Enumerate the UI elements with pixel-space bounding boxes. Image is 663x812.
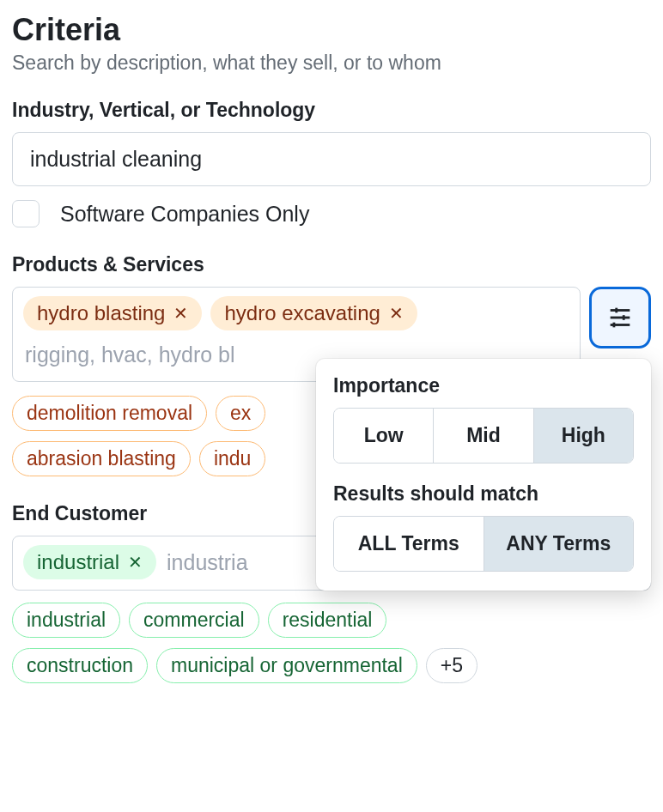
endcustomer-suggestions: industrial commercial residential [12, 603, 651, 638]
product-tag[interactable]: hydro excavating ✕ [210, 296, 417, 330]
page-subtitle: Search by description, what they sell, o… [12, 52, 651, 75]
importance-mid[interactable]: Mid [434, 409, 533, 463]
match-all[interactable]: ALL Terms [334, 517, 484, 571]
importance-label: Importance [333, 374, 634, 397]
close-icon[interactable]: ✕ [389, 305, 404, 322]
endcustomer-suggestion[interactable]: construction [12, 648, 148, 683]
page-title: Criteria [12, 12, 651, 48]
endcustomer-suggestion[interactable]: commercial [129, 603, 259, 638]
close-icon[interactable]: ✕ [128, 554, 143, 571]
endcustomer-more[interactable]: +5 [426, 648, 477, 683]
software-only-label: Software Companies Only [60, 202, 309, 227]
endcustomer-tag[interactable]: industrial ✕ [23, 545, 156, 579]
software-only-checkbox[interactable] [12, 200, 40, 227]
filter-popover: Importance Low Mid High Results should m… [316, 359, 651, 591]
endcustomer-suggestion[interactable]: residential [268, 603, 387, 638]
match-segment: ALL Terms ANY Terms [333, 516, 634, 572]
products-label: Products & Services [12, 253, 651, 276]
product-suggestion[interactable]: indu [199, 441, 265, 476]
match-any[interactable]: ANY Terms [484, 517, 634, 571]
industry-input[interactable] [12, 132, 651, 186]
product-tag-label: hydro blasting [37, 301, 165, 325]
endcustomer-tag-label: industrial [37, 550, 119, 574]
sliders-icon [605, 303, 635, 332]
match-label: Results should match [333, 482, 634, 506]
close-icon[interactable]: ✕ [173, 305, 188, 322]
product-tag-label: hydro excavating [224, 301, 380, 325]
importance-high[interactable]: High [534, 409, 633, 463]
importance-segment: Low Mid High [333, 408, 634, 464]
product-suggestion[interactable]: abrasion blasting [12, 441, 191, 476]
industry-label: Industry, Vertical, or Technology [12, 99, 651, 122]
endcustomer-suggestion[interactable]: industrial [12, 603, 120, 638]
product-suggestion[interactable]: ex [216, 396, 265, 431]
endcustomer-suggestions: construction municipal or governmental +… [12, 648, 651, 683]
importance-low[interactable]: Low [334, 409, 434, 463]
endcustomer-suggestion[interactable]: municipal or governmental [156, 648, 417, 683]
filter-button[interactable] [589, 287, 651, 348]
product-tag[interactable]: hydro blasting ✕ [23, 296, 202, 330]
product-suggestion[interactable]: demolition removal [12, 396, 207, 431]
